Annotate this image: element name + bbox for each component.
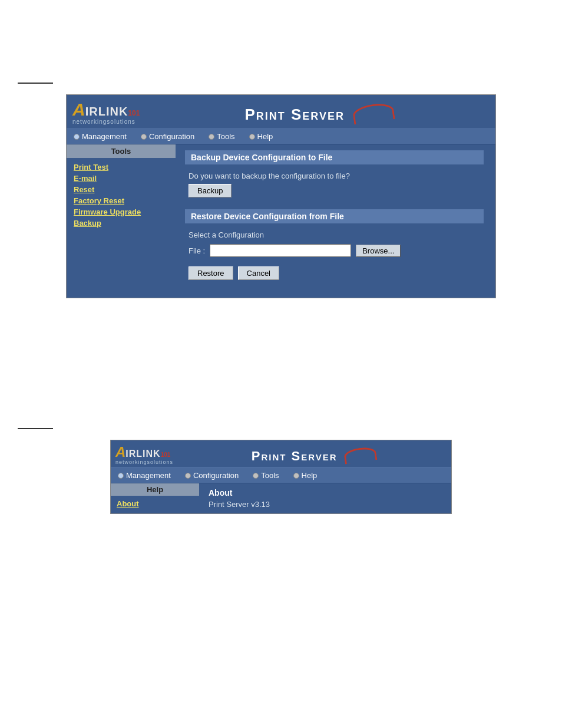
backup-description: Do you want to backup the configuration … [189,172,480,180]
sidebar-link-reset[interactable]: Reset [74,185,168,194]
about-version: Print Server v3.13 [209,500,442,509]
nav-management-1[interactable]: Management [74,132,127,141]
sidebar-link-factory-reset[interactable]: Factory Reset [74,196,168,205]
file-input[interactable] [210,244,351,257]
divider-1 [18,83,53,84]
browse-button[interactable]: Browse... [356,245,401,257]
header-title-1: Print Server [244,106,345,123]
panel-1-header: A IRLINK 101 networkingsolutions Print S… [67,95,495,129]
nav-dot-configuration-2 [185,473,191,479]
sidebar-link-backup[interactable]: Backup [74,219,168,228]
logo-irlink-2: IRLINK [125,449,160,459]
header-title-area-2: Print Server [186,446,442,464]
curve-accent-2 [343,446,378,464]
header-title-area-1: Print Server [155,102,484,124]
nav-bar-1: Management Configuration Tools Help [67,129,495,144]
sidebar-title-2: Help [111,483,199,496]
nav-help-1[interactable]: Help [249,132,273,141]
sidebar-links-1: Print Test E-mail Reset Factory Reset Fi… [67,158,176,232]
nav-label-configuration-1: Configuration [149,132,194,141]
nav-dot-help-1 [249,134,255,140]
nav-dot-tools-2 [253,473,259,479]
backup-section-title: Backup Device Configuration to File [185,150,484,164]
sidebar-link-email[interactable]: E-mail [74,174,168,183]
restore-button[interactable]: Restore [189,266,233,280]
nav-tools-2[interactable]: Tools [253,471,279,480]
nav-dot-management-2 [118,473,124,479]
sidebar-link-firmware-upgrade[interactable]: Firmware Upgrade [74,207,168,216]
logo-sub-1: networkingsolutions [72,118,135,125]
restore-section-body: Select a Configuration File : Browse... … [185,228,484,287]
nav-bar-2: Management Configuration Tools Help [111,467,451,483]
file-label: File : [189,246,205,255]
header-title-2: Print Server [252,449,338,463]
nav-label-help-1: Help [257,132,273,141]
nav-dot-tools-1 [209,134,214,140]
cancel-button[interactable]: Cancel [238,266,279,280]
nav-label-management-1: Management [82,132,127,141]
logo-irlink-1: IRLINK [85,105,128,118]
panel-2: A IRLINK 101 networkingsolutions Print S… [110,440,452,514]
nav-configuration-2[interactable]: Configuration [185,471,239,480]
logo-area-1: A IRLINK 101 networkingsolutions [72,101,155,125]
airlink-logo-1: A IRLINK 101 [72,101,140,118]
sidebar-1: Tools Print Test E-mail Reset Factory Re… [67,144,176,298]
panel-2-header: A IRLINK 101 networkingsolutions Print S… [111,440,451,467]
about-title: About [209,488,442,498]
nav-label-configuration-2: Configuration [193,471,239,480]
main-content-2: About Print Server v3.13 [199,483,451,513]
restore-section-title: Restore Device Configuration from File [185,209,484,223]
divider-2 [18,428,53,429]
restore-buttons: Restore Cancel [189,263,480,280]
airlink-logo-2: A IRLINK 101 [115,445,170,459]
content-area-1: Tools Print Test E-mail Reset Factory Re… [67,144,495,298]
nav-label-management-2: Management [126,471,171,480]
logo-a-1: A [72,101,85,118]
sidebar-title-1: Tools [67,144,176,158]
nav-label-tools-2: Tools [261,471,279,480]
nav-dot-configuration-1 [141,134,147,140]
nav-configuration-1[interactable]: Configuration [141,132,194,141]
main-content-1: Backup Device Configuration to File Do y… [176,144,495,298]
logo-area-2: A IRLINK 101 networkingsolutions [115,445,186,465]
nav-label-help-2: Help [302,471,318,480]
backup-section-body: Do you want to backup the configuration … [185,169,484,205]
sidebar-link-print-test[interactable]: Print Test [74,163,168,172]
nav-management-2[interactable]: Management [118,471,171,480]
logo-101-1: 101 [128,109,140,117]
curve-accent-1 [352,101,395,124]
logo-a-2: A [115,445,125,459]
select-configuration-label: Select a Configuration [189,230,480,239]
sidebar-2: Help About [111,483,199,513]
logo-sub-2: networkingsolutions [115,459,173,465]
panel-1: A IRLINK 101 networkingsolutions Print S… [66,94,496,298]
logo-101-2: 101 [161,452,171,458]
nav-dot-management-1 [74,134,80,140]
nav-help-2[interactable]: Help [293,471,318,480]
backup-button[interactable]: Backup [189,184,232,197]
sidebar-link-about[interactable]: About [117,499,139,508]
nav-label-tools-1: Tools [217,132,234,141]
nav-dot-help-2 [293,473,299,479]
sidebar-links-2: About [111,496,199,512]
content-area-2: Help About About Print Server v3.13 [111,483,451,513]
nav-tools-1[interactable]: Tools [209,132,234,141]
file-row: File : Browse... [189,244,480,257]
